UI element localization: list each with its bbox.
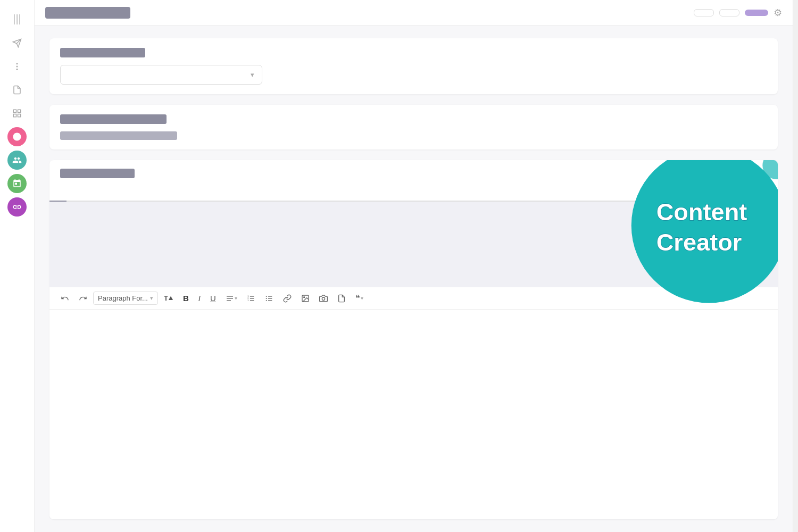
font-size-button[interactable]: T bbox=[160, 292, 177, 305]
sidebar-item-doc[interactable] bbox=[7, 80, 27, 99]
section-2-sublabel bbox=[60, 131, 177, 140]
underline-button[interactable]: U bbox=[206, 291, 220, 305]
file-button[interactable] bbox=[334, 292, 350, 305]
svg-rect-7 bbox=[18, 114, 21, 117]
svg-point-29 bbox=[265, 300, 267, 301]
sidebar-item-people[interactable] bbox=[7, 151, 27, 170]
editor-tab-1[interactable] bbox=[49, 192, 66, 202]
svg-point-31 bbox=[303, 296, 304, 297]
sidebar-item-announce[interactable] bbox=[7, 127, 27, 146]
svg-text:Content: Content bbox=[656, 198, 747, 226]
sidebar-item-grid[interactable] bbox=[7, 104, 27, 123]
topbar-title bbox=[45, 7, 130, 19]
align-button[interactable]: ▾ bbox=[222, 292, 241, 305]
bold-button[interactable]: B bbox=[179, 291, 193, 305]
section-2 bbox=[49, 105, 778, 149]
undo-button[interactable] bbox=[57, 292, 73, 305]
svg-point-2 bbox=[16, 63, 18, 64]
editor-header bbox=[49, 160, 778, 192]
topbar-btn-primary[interactable] bbox=[745, 10, 768, 16]
italic-button[interactable]: I bbox=[195, 291, 204, 305]
settings-icon[interactable]: ⚙ bbox=[774, 7, 782, 19]
editor-body[interactable] bbox=[49, 310, 778, 519]
svg-point-4 bbox=[16, 69, 18, 70]
svg-rect-6 bbox=[18, 110, 21, 112]
topbar-left bbox=[45, 7, 130, 19]
svg-point-27 bbox=[265, 296, 267, 297]
paragraph-format-dropdown[interactable]: Paragraph For... ▾ bbox=[93, 292, 158, 305]
quote-button[interactable]: ❝ ▾ bbox=[352, 290, 367, 306]
svg-point-3 bbox=[16, 66, 18, 68]
format-chevron-icon: ▾ bbox=[150, 295, 153, 302]
topbar: ⚙ bbox=[35, 0, 793, 26]
svg-rect-8 bbox=[13, 114, 16, 117]
image-button[interactable] bbox=[297, 292, 313, 305]
svg-rect-5 bbox=[13, 110, 16, 112]
unordered-list-button[interactable] bbox=[261, 292, 277, 305]
sidebar: ||| bbox=[0, 0, 35, 532]
topbar-right: ⚙ bbox=[694, 7, 782, 19]
svg-text:Creator: Creator bbox=[656, 229, 742, 256]
sidebar-menu-icon[interactable]: ||| bbox=[9, 9, 26, 29]
sidebar-item-link[interactable] bbox=[7, 197, 27, 217]
content-area: ▾ bbox=[35, 26, 793, 532]
section-1: ▾ bbox=[49, 38, 778, 94]
section-1-dropdown[interactable]: ▾ bbox=[60, 65, 262, 85]
main-area: ⚙ ▾ bbox=[35, 0, 793, 532]
sidebar-item-send[interactable] bbox=[7, 34, 27, 53]
section-1-label bbox=[60, 48, 145, 57]
editor-tab-2[interactable] bbox=[66, 192, 84, 202]
link-button[interactable] bbox=[279, 292, 295, 305]
editor-section: Content Creator Paragraph For... ▾ T bbox=[49, 160, 778, 519]
editor-tabs bbox=[49, 192, 778, 202]
redo-button[interactable] bbox=[75, 292, 91, 305]
ordered-list-button[interactable]: 1.2.3. bbox=[243, 292, 259, 305]
chevron-down-icon: ▾ bbox=[251, 71, 254, 79]
topbar-btn-1[interactable] bbox=[694, 9, 714, 16]
topbar-btn-2[interactable] bbox=[719, 9, 739, 16]
sidebar-item-calendar[interactable] bbox=[7, 174, 27, 193]
paragraph-format-label: Paragraph For... bbox=[98, 294, 148, 302]
editor-toolbar: Paragraph For... ▾ T B I U ▾ 1.2.3. bbox=[49, 287, 778, 310]
section-3-label bbox=[60, 169, 135, 178]
camera-button[interactable] bbox=[315, 292, 331, 305]
svg-point-28 bbox=[265, 298, 267, 299]
svg-point-32 bbox=[322, 297, 325, 300]
scrollbar[interactable] bbox=[793, 0, 798, 532]
section-2-label bbox=[60, 114, 167, 124]
svg-text:3.: 3. bbox=[247, 299, 249, 302]
editor-preview: Content Creator bbox=[49, 202, 778, 287]
sidebar-item-dots[interactable] bbox=[7, 57, 27, 76]
